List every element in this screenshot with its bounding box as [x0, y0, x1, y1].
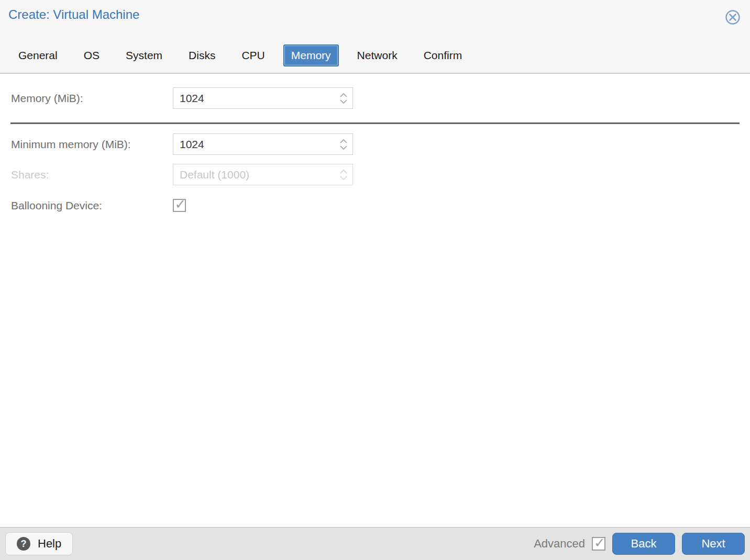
tab-memory[interactable]: Memory — [283, 44, 339, 66]
spinner-down-icon[interactable] — [339, 145, 348, 150]
shares-spinner — [339, 164, 348, 185]
spinner-up-icon[interactable] — [339, 93, 348, 97]
create-vm-dialog: Create: Virtual Machine General OS Syste… — [0, 0, 750, 560]
minimum-memory-spinner[interactable] — [339, 133, 348, 155]
dialog-title: Create: Virtual Machine — [8, 7, 139, 22]
tab-network[interactable]: Network — [357, 49, 398, 62]
advanced-label: Advanced — [534, 537, 585, 551]
ballooning-row: Ballooning Device: ✓ — [0, 199, 750, 212]
next-button[interactable]: Next — [682, 533, 745, 555]
advanced-checkbox[interactable]: ✓ — [592, 537, 605, 551]
spinner-down-icon[interactable] — [339, 99, 348, 104]
ballooning-checkbox[interactable]: ✓ — [173, 199, 186, 212]
memory-field — [173, 87, 353, 109]
shares-input — [173, 164, 353, 185]
shares-row: Shares: — [0, 164, 750, 185]
minimum-memory-field — [173, 133, 353, 155]
memory-spinner[interactable] — [339, 87, 348, 109]
check-icon: ✓ — [175, 197, 186, 211]
minimum-memory-label: Minimum memory (MiB): — [0, 138, 173, 151]
memory-form-panel: Memory (MiB): Minimum memory (MiB): — [0, 74, 750, 527]
minimum-memory-input[interactable] — [173, 133, 353, 155]
question-icon: ? — [17, 537, 30, 551]
memory-input[interactable] — [173, 87, 353, 109]
tab-os[interactable]: OS — [84, 49, 100, 62]
tab-confirm[interactable]: Confirm — [424, 49, 462, 62]
back-button[interactable]: Back — [612, 533, 675, 555]
memory-row: Memory (MiB): — [0, 87, 750, 109]
minimum-memory-row: Minimum memory (MiB): — [0, 133, 750, 155]
spinner-down-icon — [339, 176, 348, 181]
spinner-up-icon[interactable] — [339, 139, 348, 143]
close-icon — [725, 9, 741, 25]
footer-bar: ? Help Advanced ✓ Back Next — [0, 527, 750, 560]
check-icon: ✓ — [594, 536, 605, 550]
help-button[interactable]: ? Help — [5, 532, 73, 555]
help-label: Help — [38, 537, 61, 551]
close-button[interactable] — [724, 9, 741, 26]
tab-cpu[interactable]: CPU — [241, 49, 264, 62]
tab-system[interactable]: System — [126, 49, 162, 62]
shares-label: Shares: — [0, 169, 173, 181]
tab-general[interactable]: General — [18, 49, 58, 62]
tab-disks[interactable]: Disks — [189, 49, 215, 62]
dialog-header: Create: Virtual Machine General OS Syste… — [0, 0, 750, 74]
ballooning-label: Ballooning Device: — [0, 199, 173, 212]
footer-actions: Advanced ✓ Back Next — [534, 533, 745, 555]
spinner-up-icon — [339, 169, 348, 174]
memory-label: Memory (MiB): — [0, 92, 173, 105]
shares-field — [173, 164, 353, 185]
advanced-section-divider — [10, 122, 740, 124]
tab-bar: General OS System Disks CPU Memory Netwo… — [18, 44, 462, 66]
